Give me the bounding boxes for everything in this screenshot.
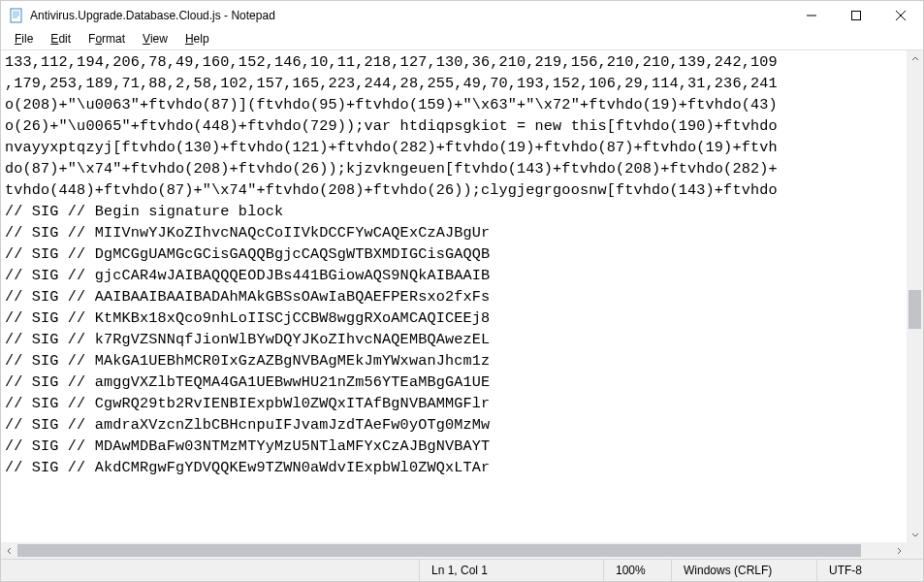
status-spacer [1, 560, 419, 581]
horizontal-scroll-thumb[interactable] [17, 544, 861, 557]
horizontal-scrollbar[interactable] [1, 542, 907, 559]
status-zoom: 100% [603, 560, 671, 581]
horizontal-scroll-track[interactable] [17, 542, 890, 559]
menubar: File Edit Format View Help [1, 30, 923, 49]
status-bar: Ln 1, Col 1 100% Windows (CRLF) UTF-8 [1, 559, 923, 581]
editor-area: 133,112,194,206,78,49,160,152,146,10,11,… [1, 49, 923, 559]
minimize-button[interactable] [789, 1, 834, 30]
menu-format[interactable]: Format [80, 31, 133, 47]
vertical-scroll-thumb[interactable] [908, 290, 921, 329]
window-controls [789, 1, 923, 30]
status-line-ending: Windows (CRLF) [671, 560, 816, 581]
vertical-scroll-track[interactable] [907, 67, 923, 526]
notepad-icon [9, 8, 24, 23]
scroll-down-arrow-icon[interactable] [907, 526, 923, 542]
maximize-button[interactable] [834, 1, 878, 30]
scroll-corner [907, 542, 923, 559]
close-button[interactable] [878, 1, 923, 30]
titlebar: Antivirus.Upgrade.Database.Cloud.js - No… [1, 1, 923, 30]
scroll-right-arrow-icon[interactable] [890, 542, 907, 559]
svg-rect-6 [852, 12, 861, 20]
status-encoding: UTF-8 [816, 560, 923, 581]
vertical-scrollbar[interactable] [907, 50, 923, 542]
status-position: Ln 1, Col 1 [419, 560, 603, 581]
window-title: Antivirus.Upgrade.Database.Cloud.js - No… [30, 9, 789, 22]
scroll-left-arrow-icon[interactable] [1, 542, 17, 559]
menu-help[interactable]: Help [177, 31, 217, 47]
text-editor[interactable]: 133,112,194,206,78,49,160,152,146,10,11,… [1, 50, 907, 542]
menu-file[interactable]: File [7, 31, 41, 47]
menu-view[interactable]: View [135, 31, 175, 47]
scroll-up-arrow-icon[interactable] [907, 50, 923, 67]
menu-edit[interactable]: Edit [43, 31, 79, 47]
